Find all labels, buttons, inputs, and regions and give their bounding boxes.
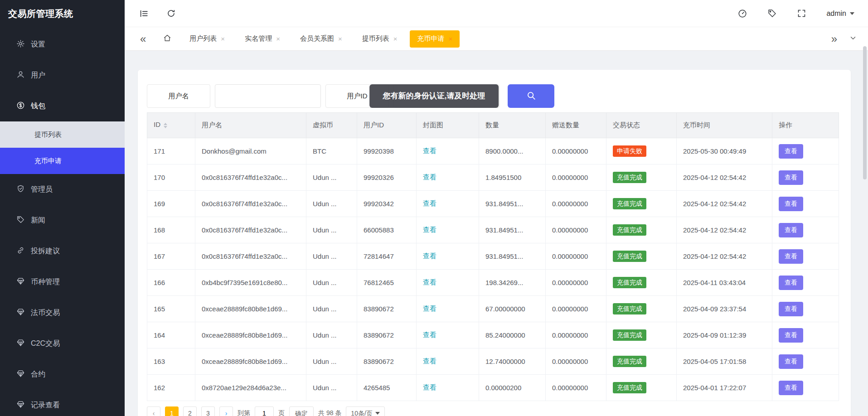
sidebar-item-fiat-trading[interactable]: 法币交易 [0,297,125,328]
sidebar-item-feedback[interactable]: 投拆建议 [0,236,125,266]
status-badge: 充值完成 [613,382,646,393]
column-header-action: 操作 [772,113,839,138]
view-cover-link[interactable]: 查看 [423,252,436,260]
page-button-1[interactable]: 1 [165,406,179,416]
user-menu[interactable]: admin [826,10,854,18]
sidebar-item-label: 币种管理 [31,277,60,287]
view-detail-button[interactable]: 查看 [779,328,803,343]
tab-withdraw-list[interactable]: 提币列表 × [355,30,405,48]
cell-status: 充值完成 [606,322,677,348]
pagination: ‹ 1 2 3 › 到第 页 确定 共 98 条 10条/页 [147,406,842,416]
goto-confirm-button[interactable]: 确定 [289,406,314,416]
status-badge: 充值完成 [613,224,646,236]
cell-id: 168 [147,217,195,243]
tab-deposit-request[interactable]: 充币申请 × [410,30,460,48]
view-cover-link[interactable]: 查看 [423,147,436,155]
view-detail-button[interactable]: 查看 [779,302,803,316]
view-detail-button[interactable]: 查看 [779,249,803,264]
tabs-scroll-right-icon[interactable]: » [831,34,837,44]
view-cover-link[interactable]: 查看 [423,199,436,207]
view-cover-link[interactable]: 查看 [423,331,436,339]
sidebar-item-wallet[interactable]: 钱包 [0,91,125,121]
page-size-select[interactable]: 10条/页 [346,406,384,416]
view-detail-button[interactable]: 查看 [779,144,803,159]
page-button-2[interactable]: 2 [183,406,197,416]
column-header-id[interactable]: ID [147,113,195,138]
cell-cover: 查看 [417,191,479,217]
view-cover-link[interactable]: 查看 [423,226,436,233]
cell-userid: 99920342 [357,191,417,217]
cell-userid: 76812465 [357,270,417,296]
sidebar-item-label: 设置 [31,40,45,49]
cell-cover: 查看 [417,164,479,191]
gauge-icon[interactable] [737,9,747,19]
search-button[interactable] [508,84,554,108]
view-detail-button[interactable]: 查看 [779,381,803,395]
close-icon[interactable]: × [448,35,452,42]
cell-amount: 8900.0000... [479,138,546,164]
status-badge: 充值完成 [613,198,646,209]
cell-action: 查看 [772,191,839,217]
view-detail-button[interactable]: 查看 [779,223,803,237]
chevron-down-icon[interactable] [849,34,857,44]
page-button-3[interactable]: 3 [201,406,215,416]
refresh-icon[interactable] [166,9,176,18]
view-detail-button[interactable]: 查看 [779,197,803,211]
close-icon[interactable]: × [338,35,342,42]
view-detail-button[interactable]: 查看 [779,170,803,185]
sidebar-item-admins[interactable]: 管理员 [0,174,125,205]
username-input[interactable] [215,84,321,108]
vertical-scrollbar[interactable] [863,46,867,179]
tag-icon[interactable] [767,9,777,18]
close-icon[interactable]: × [393,35,398,42]
home-tab[interactable] [155,34,179,44]
view-cover-link[interactable]: 查看 [423,278,436,286]
cell-status: 充值完成 [606,191,677,217]
sidebar-item-records[interactable]: 记录查看 [0,390,125,416]
cell-amount: 931.84951... [479,217,546,243]
view-detail-button[interactable]: 查看 [779,354,803,369]
sidebar-item-withdraw-list[interactable]: 提币列表 [0,121,125,148]
tab-realname-management[interactable]: 实名管理 × [238,30,287,48]
sidebar-subitem-label: 充币申请 [34,157,62,165]
cell-status: 充值完成 [606,217,677,243]
view-detail-button[interactable]: 查看 [779,276,803,290]
prev-page-button[interactable]: ‹ [147,406,160,416]
sidebar-item-coin-management[interactable]: 币种管理 [0,266,125,297]
cell-userid: 4265485 [357,375,417,401]
tab-member-relation[interactable]: 会员关系图 × [293,30,349,48]
cell-coin: Udun ... [306,375,357,401]
fullscreen-icon[interactable] [797,9,806,18]
link-icon [16,246,31,256]
tabs-scroll-left-icon[interactable]: « [125,34,155,44]
cell-time: 2025-04-01 17:22:07 [677,375,772,401]
cell-userid: 83890672 [357,322,417,348]
sidebar-item-settings[interactable]: 设置 [0,29,125,60]
goto-page-input[interactable] [255,406,274,416]
table-row: 171 Donkhos@gmail.com BTC 99920398 查看 89… [147,138,839,164]
cell-coin: Udun ... [306,217,357,243]
cell-bonus: 0.00000000 [546,217,606,243]
close-icon[interactable]: × [276,35,280,42]
view-cover-link[interactable]: 查看 [423,383,436,391]
sidebar-item-c2c-trading[interactable]: C2C交易 [0,328,125,359]
sidebar-item-contract[interactable]: 合约 [0,359,125,390]
sidebar-item-users[interactable]: 用户 [0,60,125,91]
sidebar-item-news[interactable]: 新闻 [0,205,125,236]
view-cover-link[interactable]: 查看 [423,357,436,365]
shield-check-icon [16,184,31,195]
column-header-bonus: 赠送数量 [546,113,606,138]
status-badge: 充值完成 [613,303,646,314]
close-icon[interactable]: × [221,35,225,42]
view-cover-link[interactable]: 查看 [423,305,436,312]
collapse-menu-icon[interactable] [139,9,149,19]
sidebar-item-deposit-request[interactable]: 充币申请 [0,148,125,174]
tab-user-list[interactable]: 用户列表 × [182,30,232,48]
user-menu-label: admin [826,10,846,18]
cell-amount: 67.00000000 [479,296,546,322]
cell-status: 充值完成 [606,296,677,322]
cell-username: Donkhos@gmail.com [195,138,306,164]
sort-icon[interactable] [164,121,167,130]
view-cover-link[interactable]: 查看 [423,173,436,181]
next-page-button[interactable]: › [219,406,233,416]
